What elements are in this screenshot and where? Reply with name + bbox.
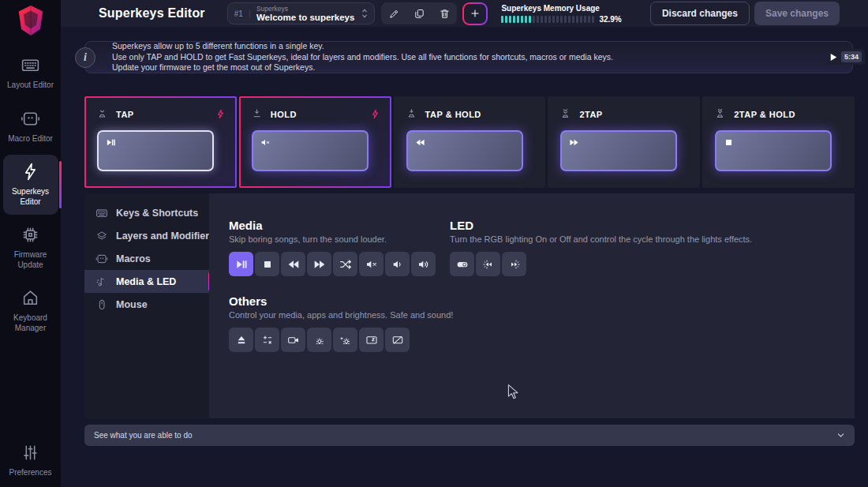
sidebar-item-superkeys-editor[interactable]: Superkeys Editor xyxy=(3,155,58,215)
card-tap[interactable]: TAP xyxy=(84,96,237,188)
display-sleep-button[interactable] xyxy=(359,328,383,352)
tutorial-video-button[interactable]: 5:34 xyxy=(827,49,865,65)
stop-button[interactable] xyxy=(255,252,279,276)
sidebar-item-macro-editor[interactable]: Macro Editor xyxy=(3,102,58,152)
volume-up-button[interactable] xyxy=(411,252,436,276)
card-2tap[interactable]: 2TAP xyxy=(548,96,700,188)
see-abilities-bar[interactable]: See what you are able to do xyxy=(84,425,855,446)
copy-icon xyxy=(413,8,425,20)
tab-label: Keys & Shortcuts xyxy=(116,208,198,219)
volume-down-icon xyxy=(391,258,404,271)
hold-gesture-icon xyxy=(250,107,264,121)
section-subtitle: Turn the RGB lighting On or Off and cont… xyxy=(450,234,752,244)
play-pause-button[interactable] xyxy=(229,252,253,276)
dygma-logo-icon xyxy=(15,4,47,37)
tab-media-and-led[interactable]: Media & LED xyxy=(84,270,209,293)
chevron-down-icon xyxy=(361,14,368,18)
next-effect-icon xyxy=(508,258,521,271)
volume-down-button[interactable] xyxy=(385,252,410,276)
eject-icon xyxy=(235,334,248,347)
chip-icon xyxy=(21,225,40,245)
brightness-down-button[interactable] xyxy=(307,328,331,352)
rewind-icon xyxy=(415,137,425,148)
discard-changes-button[interactable]: Discard changes xyxy=(650,2,750,25)
robot-icon xyxy=(21,109,40,129)
superkey-index: #1 xyxy=(234,9,250,18)
sidebar-item-keyboard-manager[interactable]: Keyboard Manager xyxy=(3,281,58,341)
sidebar-item-firmware-update[interactable]: Firmware Update xyxy=(3,218,58,278)
play-icon xyxy=(830,53,837,62)
sidebar-item-layout-editor[interactable]: Layout Editor xyxy=(3,48,58,99)
trash-icon xyxy=(439,8,451,20)
page-title: Superkeys Editor xyxy=(99,6,205,21)
card-tap-and-hold[interactable]: TAP & HOLD xyxy=(394,96,546,188)
sidebar-item-label: Layout Editor xyxy=(7,81,54,91)
calculator-button[interactable] xyxy=(255,328,279,352)
key-preview-2tap-and-hold[interactable] xyxy=(715,130,832,171)
led-toggle-button[interactable] xyxy=(450,252,474,276)
info-banner: i Superkeys allow up to 5 different func… xyxy=(84,41,853,73)
mute-button[interactable] xyxy=(359,252,383,276)
shuffle-icon xyxy=(339,258,352,271)
chevron-down-icon xyxy=(836,431,845,440)
superkey-name: Superkeys Welcome to superkeys xyxy=(250,5,361,22)
tab-label: Macros xyxy=(116,253,151,264)
tab-macros[interactable]: Macros xyxy=(84,247,209,270)
memory-usage: Superkeys Memory Usage 32.9% xyxy=(501,4,621,24)
card-label: 2TAP xyxy=(579,110,602,119)
section-subtitle: Skip boring songs, turn the sound louder… xyxy=(229,234,436,244)
media-led-panel: Media Skip boring songs, turn the sound … xyxy=(209,193,855,418)
sidebar-item-preferences[interactable]: Preferences xyxy=(3,436,58,486)
fast-forward-button[interactable] xyxy=(307,252,331,276)
camera-icon xyxy=(287,334,300,347)
sidebar-item-label: Macro Editor xyxy=(8,134,53,144)
keyboard-icon xyxy=(21,55,40,75)
key-preview-tap[interactable] xyxy=(97,130,214,171)
card-2tap-and-hold[interactable]: 2TAP & HOLD xyxy=(702,96,855,188)
superkey-selector[interactable]: #1 Superkeys Welcome to superkeys xyxy=(227,2,376,24)
edit-superkey-button[interactable] xyxy=(381,2,406,24)
previous-light-effect-button[interactable] xyxy=(476,252,500,276)
info-icon: i xyxy=(75,47,95,68)
media-section: Media Skip boring songs, turn the sound … xyxy=(229,219,436,276)
key-preview-2tap[interactable] xyxy=(560,130,677,171)
fast-superkey-bolt-icon xyxy=(215,109,226,119)
card-label: 2TAP & HOLD xyxy=(734,110,795,119)
save-changes-button[interactable]: Save changes xyxy=(754,2,840,25)
tab-mouse[interactable]: Mouse xyxy=(84,293,209,316)
memory-usage-value: 32.9% xyxy=(599,15,621,24)
superkey-toolbar xyxy=(381,2,457,24)
tab-layers-and-modifiers[interactable]: Layers and Modifiers xyxy=(84,224,209,247)
chevron-up-icon xyxy=(361,9,368,13)
superkey-stepper[interactable] xyxy=(361,9,368,18)
home-icon xyxy=(21,288,40,308)
delete-superkey-button[interactable] xyxy=(432,2,457,24)
sidebar-item-label: Keyboard Manager xyxy=(5,313,57,333)
eject-button[interactable] xyxy=(229,328,253,352)
display-sleep-icon xyxy=(365,334,378,347)
duplicate-superkey-button[interactable] xyxy=(406,2,432,24)
add-superkey-button[interactable] xyxy=(462,2,488,25)
camera-button[interactable] xyxy=(281,328,305,352)
sidebar-item-label: Firmware Update xyxy=(5,250,57,270)
stop-icon xyxy=(724,137,734,148)
key-category-tabs: Keys & Shortcuts Layers and Modifiers Ma… xyxy=(84,193,209,418)
brightness-up-button[interactable] xyxy=(333,328,357,352)
key-preview-hold[interactable] xyxy=(252,130,369,171)
tab-keys-and-shortcuts[interactable]: Keys & Shortcuts xyxy=(84,201,209,224)
stop-icon xyxy=(261,258,274,271)
card-hold[interactable]: HOLD xyxy=(239,96,391,188)
see-abilities-label: See what you are able to do xyxy=(94,431,193,440)
rewind-button[interactable] xyxy=(281,252,305,276)
header: Superkeys Editor #1 Superkeys Welcome to… xyxy=(61,0,868,27)
section-title: LED xyxy=(450,219,752,232)
memory-usage-label: Superkeys Memory Usage xyxy=(501,4,621,13)
mute-icon xyxy=(365,258,378,271)
key-preview-tap-and-hold[interactable] xyxy=(406,130,523,171)
next-light-effect-button[interactable] xyxy=(502,252,526,276)
display-off-button[interactable] xyxy=(385,328,410,352)
tap-hold-gesture-icon xyxy=(405,107,418,121)
info-line: Update your firmware to get the most out… xyxy=(112,62,852,73)
shuffle-button[interactable] xyxy=(333,252,357,276)
mouse-icon xyxy=(95,298,108,311)
